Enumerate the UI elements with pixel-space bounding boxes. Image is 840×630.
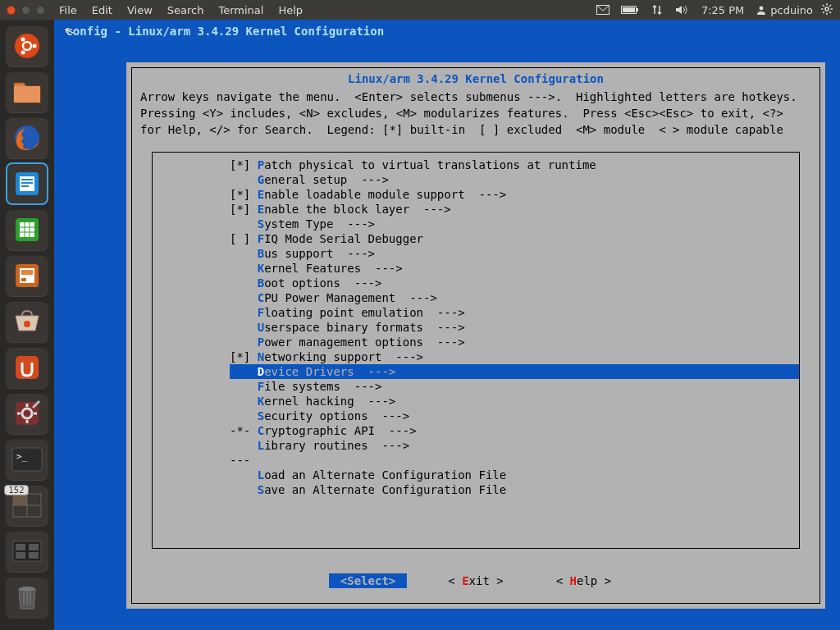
- svg-rect-53: [16, 552, 25, 559]
- menuconfig-item[interactable]: [ ] FIQ Mode Serial Debugger: [230, 231, 799, 246]
- launcher-impress-icon[interactable]: [6, 254, 48, 297]
- system-gear-icon[interactable]: [818, 3, 840, 17]
- menuconfig-item[interactable]: [*] Enable the block layer --->: [230, 202, 799, 217]
- window-maximize-button[interactable]: [36, 6, 45, 15]
- menuconfig-item-prefix: [*]: [230, 350, 258, 363]
- svg-rect-2: [637, 8, 638, 11]
- select-button-rbracket: >: [389, 574, 395, 587]
- svg-point-4: [760, 7, 764, 11]
- svg-point-36: [24, 321, 30, 327]
- menuconfig-item-prefix: -*-: [230, 424, 258, 437]
- menuconfig-item-prefix: [230, 173, 258, 186]
- launcher-ubuntu-one-icon[interactable]: [6, 346, 48, 389]
- launcher-expo-icon[interactable]: [6, 530, 48, 573]
- svg-rect-19: [14, 86, 40, 103]
- svg-point-55: [19, 587, 35, 591]
- launcher-files-icon[interactable]: [6, 71, 48, 113]
- menuconfig-item[interactable]: [*] Enable loadable module support --->: [230, 187, 799, 202]
- menuconfig-item-prefix: [*]: [230, 203, 258, 216]
- menuconfig-item[interactable]: Device Drivers --->: [230, 364, 799, 379]
- svg-rect-24: [21, 182, 33, 184]
- launcher-trash-icon[interactable]: [6, 576, 48, 619]
- menuconfig-item[interactable]: Security options --->: [230, 409, 799, 423]
- menuconfig-item[interactable]: Kernel Features --->: [230, 261, 799, 276]
- menuconfig-item-label: PU Power Management --->: [264, 291, 437, 304]
- menuconfig-item-label: ernel hacking --->: [264, 395, 395, 408]
- menuconfig-item-label: ystem Type --->: [264, 217, 375, 231]
- menuconfig-item-hotkey: L: [258, 468, 264, 482]
- help-button[interactable]: < Help >: [545, 573, 623, 588]
- menuconfig-dialog: Linux/arm 3.4.29 Kernel Configuration Ar…: [126, 62, 825, 609]
- mail-indicator-icon[interactable]: [591, 5, 615, 15]
- svg-rect-27: [20, 222, 34, 237]
- select-button-label: Select: [347, 574, 389, 587]
- launcher-firefox-icon[interactable]: [6, 116, 48, 159]
- menuconfig-item-prefix: ---: [230, 454, 258, 467]
- menuconfig-item[interactable]: Library routines --->: [230, 438, 799, 453]
- menuconfig-item-hotkey: N: [258, 350, 264, 363]
- menu-edit[interactable]: Edit: [84, 4, 120, 16]
- menuconfig-item-hotkey: C: [258, 291, 264, 304]
- launcher-writer-icon[interactable]: [6, 162, 48, 205]
- menuconfig-item[interactable]: ---: [230, 453, 799, 468]
- menu-file[interactable]: File: [52, 4, 84, 16]
- svg-rect-51: [16, 544, 25, 550]
- menuconfig-item[interactable]: -*- Cryptographic API --->: [230, 423, 799, 438]
- select-button[interactable]: <Select>: [329, 573, 407, 588]
- menuconfig-item[interactable]: System Type --->: [230, 217, 799, 231]
- session-indicator[interactable]: pcduino: [751, 4, 818, 16]
- menuconfig-item-prefix: [230, 262, 258, 275]
- menuconfig-item[interactable]: Floating point emulation --->: [230, 305, 799, 320]
- menuconfig-item[interactable]: CPU Power Management --->: [230, 290, 799, 305]
- launcher-dash-icon[interactable]: [6, 25, 48, 67]
- session-user-label: pcduino: [770, 4, 813, 16]
- window-minimize-button[interactable]: [21, 6, 30, 15]
- menuconfig-item-label: serspace binary formats --->: [264, 321, 464, 334]
- menuconfig-item-label: eneral setup --->: [264, 173, 389, 186]
- menuconfig-item-prefix: [230, 217, 258, 231]
- menuconfig-item[interactable]: Bus support --->: [230, 246, 799, 261]
- svg-line-10: [823, 5, 824, 7]
- launcher-terminal-icon[interactable]: >_: [6, 438, 48, 481]
- launcher-software-center-icon[interactable]: [6, 300, 48, 343]
- clock-indicator[interactable]: 7:25 PM: [694, 4, 751, 16]
- menu-help[interactable]: Help: [271, 4, 310, 16]
- menuconfig-item-prefix: [230, 321, 258, 334]
- menuconfig-item-label: nable the block layer --->: [264, 203, 451, 216]
- launcher-workspace-switcher-icon[interactable]: 152: [6, 484, 48, 527]
- user-icon: [756, 5, 766, 15]
- launcher-calc-icon[interactable]: [6, 208, 48, 251]
- menuconfig-item[interactable]: Boot options --->: [230, 276, 799, 290]
- sound-indicator-icon[interactable]: [669, 4, 694, 16]
- menuconfig-item-hotkey: F: [258, 306, 264, 319]
- menuconfig-item[interactable]: Kernel hacking --->: [230, 394, 799, 409]
- menuconfig-item[interactable]: File systems --->: [230, 379, 799, 394]
- menuconfig-item-label: ile systems --->: [264, 380, 381, 393]
- menuconfig-item[interactable]: [*] Networking support --->: [230, 349, 799, 364]
- menuconfig-item-hotkey: K: [258, 395, 264, 408]
- menu-view[interactable]: View: [120, 4, 160, 16]
- menuconfig-item-label: loating point emulation --->: [264, 306, 464, 319]
- window-close-button[interactable]: [7, 6, 16, 15]
- menuconfig-item[interactable]: [*] Patch physical to virtual translatio…: [230, 158, 799, 172]
- launcher-system-settings-icon[interactable]: [6, 392, 48, 435]
- menuconfig-item-hotkey: S: [258, 217, 264, 231]
- menuconfig-item-prefix: [230, 336, 258, 349]
- menuconfig-item-label: oad an Alternate Configuration File: [264, 468, 506, 482]
- menu-terminal[interactable]: Terminal: [211, 4, 271, 16]
- menuconfig-item[interactable]: Load an Alternate Configuration File: [230, 468, 799, 482]
- menu-search[interactable]: Search: [160, 4, 212, 16]
- help-button-lbracket: <: [556, 574, 570, 587]
- network-indicator-icon[interactable]: [645, 4, 669, 16]
- menuconfig-item[interactable]: Power management options --->: [230, 335, 799, 349]
- menuconfig-item-hotkey: E: [258, 203, 264, 216]
- svg-rect-23: [21, 179, 33, 180]
- menuconfig-item[interactable]: Userspace binary formats --->: [230, 320, 799, 335]
- exit-button[interactable]: < Exit >: [436, 573, 514, 588]
- menuconfig-list[interactable]: [*] Patch physical to virtual translatio…: [230, 153, 799, 497]
- menuconfig-item-label: us support --->: [264, 247, 375, 260]
- battery-indicator-icon[interactable]: [615, 5, 645, 15]
- menuconfig-item[interactable]: General setup --->: [230, 172, 799, 187]
- menuconfig-item[interactable]: Save an Alternate Configuration File: [230, 482, 799, 497]
- menuconfig-item-hotkey: C: [258, 424, 264, 437]
